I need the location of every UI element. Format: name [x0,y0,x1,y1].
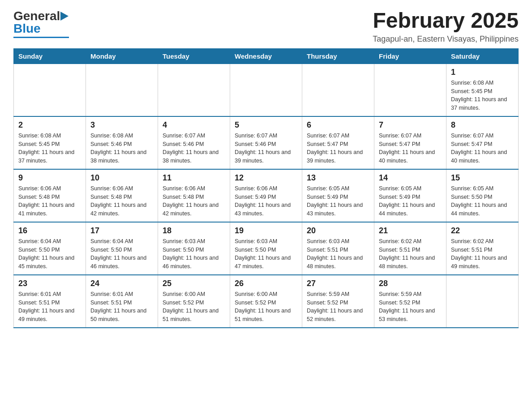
week-row-4: 16Sunrise: 6:04 AM Sunset: 5:50 PM Dayli… [14,222,519,275]
calendar-cell: 14Sunrise: 6:05 AM Sunset: 5:49 PM Dayli… [374,169,446,222]
calendar-cell: 6Sunrise: 6:07 AM Sunset: 5:47 PM Daylig… [302,116,374,169]
calendar-cell: 12Sunrise: 6:06 AM Sunset: 5:49 PM Dayli… [230,169,302,222]
month-title: February 2025 [373,9,519,33]
calendar-cell: 23Sunrise: 6:01 AM Sunset: 5:51 PM Dayli… [14,275,86,328]
day-info: Sunrise: 6:04 AM Sunset: 5:50 PM Dayligh… [18,237,81,271]
day-number: 2 [18,120,81,130]
day-info: Sunrise: 5:59 AM Sunset: 5:52 PM Dayligh… [307,290,369,324]
calendar-cell [302,64,374,116]
calendar-cell [14,64,86,116]
day-number: 10 [90,173,153,183]
day-info: Sunrise: 6:06 AM Sunset: 5:48 PM Dayligh… [18,184,81,218]
calendar-cell: 7Sunrise: 6:07 AM Sunset: 5:47 PM Daylig… [374,116,446,169]
calendar-cell: 2Sunrise: 6:08 AM Sunset: 5:45 PM Daylig… [14,116,86,169]
calendar-cell: 22Sunrise: 6:02 AM Sunset: 5:51 PM Dayli… [446,222,519,275]
location-subtitle: Tagapul-an, Eastern Visayas, Philippines [373,34,519,44]
day-number: 3 [90,120,153,130]
day-info: Sunrise: 6:08 AM Sunset: 5:45 PM Dayligh… [451,79,514,112]
day-info: Sunrise: 6:07 AM Sunset: 5:46 PM Dayligh… [163,132,225,165]
calendar-cell: 4Sunrise: 6:07 AM Sunset: 5:46 PM Daylig… [158,116,230,169]
week-row-5: 23Sunrise: 6:01 AM Sunset: 5:51 PM Dayli… [14,275,519,328]
calendar-cell [374,64,446,116]
day-info: Sunrise: 6:03 AM Sunset: 5:50 PM Dayligh… [163,237,225,271]
day-number: 23 [18,279,81,288]
logo: General Blue [13,9,69,38]
day-number: 16 [18,226,81,235]
page-header: General Blue February 2025 Tagapul-an, E… [13,9,519,44]
calendar-cell: 16Sunrise: 6:04 AM Sunset: 5:50 PM Dayli… [14,222,86,275]
calendar-cell: 10Sunrise: 6:06 AM Sunset: 5:48 PM Dayli… [86,169,158,222]
day-of-week-saturday: Saturday [446,48,519,64]
logo-underline [13,37,69,38]
day-info: Sunrise: 6:05 AM Sunset: 5:49 PM Dayligh… [379,184,442,218]
calendar-cell [230,64,302,116]
calendar-cell [86,64,158,116]
week-row-1: 1Sunrise: 6:08 AM Sunset: 5:45 PM Daylig… [14,64,519,116]
calendar-cell [446,275,519,328]
calendar-cell: 19Sunrise: 6:03 AM Sunset: 5:50 PM Dayli… [230,222,302,275]
day-info: Sunrise: 6:00 AM Sunset: 5:52 PM Dayligh… [163,290,225,324]
calendar-cell: 24Sunrise: 6:01 AM Sunset: 5:51 PM Dayli… [86,275,158,328]
day-info: Sunrise: 6:03 AM Sunset: 5:51 PM Dayligh… [307,237,369,271]
day-number: 27 [307,279,369,288]
day-number: 26 [235,279,297,288]
calendar-cell: 27Sunrise: 5:59 AM Sunset: 5:52 PM Dayli… [302,275,374,328]
day-of-week-wednesday: Wednesday [230,48,302,64]
calendar-cell: 8Sunrise: 6:07 AM Sunset: 5:47 PM Daylig… [446,116,519,169]
day-info: Sunrise: 6:04 AM Sunset: 5:50 PM Dayligh… [90,237,153,271]
calendar-cell: 5Sunrise: 6:07 AM Sunset: 5:46 PM Daylig… [230,116,302,169]
day-info: Sunrise: 6:08 AM Sunset: 5:46 PM Dayligh… [90,132,153,165]
day-info: Sunrise: 6:02 AM Sunset: 5:51 PM Dayligh… [451,237,514,271]
day-info: Sunrise: 6:08 AM Sunset: 5:45 PM Dayligh… [18,132,81,165]
day-number: 1 [451,68,514,77]
day-number: 8 [451,120,514,130]
day-of-week-monday: Monday [86,48,158,64]
calendar-cell: 17Sunrise: 6:04 AM Sunset: 5:50 PM Dayli… [86,222,158,275]
day-info: Sunrise: 6:03 AM Sunset: 5:50 PM Dayligh… [235,237,297,271]
day-info: Sunrise: 6:06 AM Sunset: 5:49 PM Dayligh… [235,184,297,218]
day-number: 17 [90,226,153,235]
day-of-week-friday: Friday [374,48,446,64]
day-info: Sunrise: 6:07 AM Sunset: 5:47 PM Dayligh… [307,132,369,165]
calendar-cell: 20Sunrise: 6:03 AM Sunset: 5:51 PM Dayli… [302,222,374,275]
calendar-cell: 11Sunrise: 6:06 AM Sunset: 5:48 PM Dayli… [158,169,230,222]
calendar-cell: 26Sunrise: 6:00 AM Sunset: 5:52 PM Dayli… [230,275,302,328]
calendar-table: SundayMondayTuesdayWednesdayThursdayFrid… [13,48,519,328]
day-number: 15 [451,173,514,183]
day-of-week-tuesday: Tuesday [158,48,230,64]
day-number: 11 [163,173,225,183]
day-info: Sunrise: 6:06 AM Sunset: 5:48 PM Dayligh… [163,184,225,218]
day-info: Sunrise: 6:01 AM Sunset: 5:51 PM Dayligh… [18,290,81,324]
day-number: 14 [379,173,442,183]
day-number: 18 [163,226,225,235]
calendar-cell: 1Sunrise: 6:08 AM Sunset: 5:45 PM Daylig… [446,64,519,116]
week-row-3: 9Sunrise: 6:06 AM Sunset: 5:48 PM Daylig… [14,169,519,222]
day-number: 9 [18,173,81,183]
calendar-cell: 15Sunrise: 6:05 AM Sunset: 5:50 PM Dayli… [446,169,519,222]
day-number: 6 [307,120,369,130]
week-row-2: 2Sunrise: 6:08 AM Sunset: 5:45 PM Daylig… [14,116,519,169]
day-number: 25 [163,279,225,288]
calendar-cell: 3Sunrise: 6:08 AM Sunset: 5:46 PM Daylig… [86,116,158,169]
day-info: Sunrise: 6:06 AM Sunset: 5:48 PM Dayligh… [90,184,153,218]
day-info: Sunrise: 6:07 AM Sunset: 5:47 PM Dayligh… [451,132,514,165]
calendar-cell: 28Sunrise: 5:59 AM Sunset: 5:52 PM Dayli… [374,275,446,328]
calendar-cell: 9Sunrise: 6:06 AM Sunset: 5:48 PM Daylig… [14,169,86,222]
day-number: 4 [163,120,225,130]
day-info: Sunrise: 6:05 AM Sunset: 5:50 PM Dayligh… [451,184,514,218]
day-number: 5 [235,120,297,130]
calendar-cell: 13Sunrise: 6:05 AM Sunset: 5:49 PM Dayli… [302,169,374,222]
logo-blue-text: Blue [13,21,41,36]
day-info: Sunrise: 6:02 AM Sunset: 5:51 PM Dayligh… [379,237,442,271]
calendar-cell: 21Sunrise: 6:02 AM Sunset: 5:51 PM Dayli… [374,222,446,275]
title-area: February 2025 Tagapul-an, Eastern Visaya… [373,9,519,44]
day-number: 22 [451,226,514,235]
day-of-week-thursday: Thursday [302,48,374,64]
svg-marker-0 [60,12,69,21]
day-number: 19 [235,226,297,235]
day-number: 28 [379,279,442,288]
calendar-cell: 18Sunrise: 6:03 AM Sunset: 5:50 PM Dayli… [158,222,230,275]
day-of-week-sunday: Sunday [14,48,86,64]
days-of-week-row: SundayMondayTuesdayWednesdayThursdayFrid… [14,48,519,64]
day-number: 20 [307,226,369,235]
